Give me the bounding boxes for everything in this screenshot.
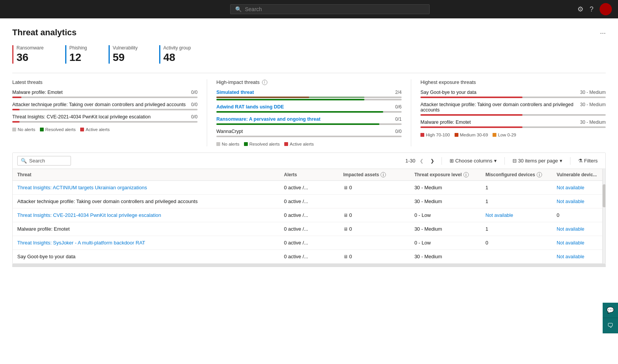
card-highest-exposure-title: Highest exposure threats bbox=[420, 79, 606, 85]
right-panel: 💬 🗨 bbox=[603, 303, 618, 333]
avatar[interactable] bbox=[600, 3, 612, 15]
search-icon: 🔍 bbox=[21, 158, 27, 164]
pagination-range: 1-30 ❮ ❯ bbox=[405, 156, 437, 166]
card-latest-threats: Latest threats Malware profile: Emotet 0… bbox=[12, 79, 207, 146]
stat-vulnerability-label: Vulnerability bbox=[113, 45, 138, 51]
alerts-cell: 0 active /... bbox=[279, 195, 339, 208]
threat-link[interactable]: Threat Insights: SysJoker - A multi-plat… bbox=[17, 240, 145, 246]
threat-link[interactable]: Threat Insights: CVE-2021-4034 PwnKit lo… bbox=[17, 212, 161, 218]
high-impact-item-2[interactable]: Ransomware: A pervasive and ongoing thre… bbox=[216, 116, 402, 125]
misconfig-cell: 1 bbox=[481, 222, 552, 236]
scrollbar-thumb[interactable] bbox=[603, 184, 605, 207]
stat-activity[interactable]: Activity group 48 bbox=[159, 45, 202, 64]
exposure-item-1[interactable]: Attacker technique profile: Taking over … bbox=[420, 102, 606, 116]
stats-row: Ransomware 36 Phishing 12 Vulnerability … bbox=[12, 45, 606, 64]
misconfig-info-icon[interactable]: i bbox=[537, 172, 542, 177]
threat-name-cell: Attacker technique profile: Taking over … bbox=[13, 195, 279, 208]
alerts-cell: 0 active /... bbox=[279, 208, 339, 222]
alerts-cell: 0 active /... bbox=[279, 236, 339, 250]
th-exposure: Threat exposure level i bbox=[410, 169, 481, 181]
latest-legend: No alerts Resolved alerts Active alerts bbox=[12, 127, 198, 132]
search-icon: 🔍 bbox=[235, 6, 242, 12]
card-latest-title: Latest threats bbox=[12, 79, 198, 85]
exposure-cell: 30 - Medium bbox=[410, 195, 481, 208]
table-row[interactable]: Threat Insights: CVE-2021-4034 PwnKit lo… bbox=[13, 208, 605, 222]
help-icon[interactable]: ? bbox=[590, 5, 593, 13]
grid-icon: ⊟ bbox=[513, 158, 517, 164]
search-placeholder: Search bbox=[245, 6, 262, 12]
th-threat: Threat bbox=[13, 169, 279, 181]
high-impact-item-0[interactable]: Simulated threat 2/4 bbox=[216, 90, 402, 100]
vuln-cell: 0 bbox=[552, 208, 605, 222]
high-impact-item-3[interactable]: WannaCrypt 0/0 bbox=[216, 129, 402, 137]
threat-name-cell: Malware profile: Emotet bbox=[13, 222, 279, 236]
items-per-page-button[interactable]: ⊟ 30 items per page ▾ bbox=[509, 156, 565, 165]
topbar: 🔍 Search ⚙ ? bbox=[0, 0, 618, 18]
topbar-right: ⚙ ? bbox=[577, 3, 612, 15]
exposure-item-0[interactable]: Say Goot-bye to your data 30 - Medium bbox=[420, 90, 606, 98]
th-vuln: Vulnerable devic... bbox=[552, 169, 605, 181]
chevron-down-icon-2: ▾ bbox=[560, 158, 562, 164]
vuln-cell: Not available bbox=[552, 195, 605, 208]
alerts-cell: 0 active /... bbox=[279, 222, 339, 236]
table-row[interactable]: Threat Insights: SysJoker - A multi-plat… bbox=[13, 236, 605, 250]
impacted-info-icon[interactable]: i bbox=[381, 172, 386, 177]
latest-threat-item-2[interactable]: Threat Insights: CVE-2021-4034 PwnKit lo… bbox=[12, 114, 198, 123]
exposure-cell: 30 - Medium bbox=[410, 222, 481, 236]
latest-threat-item-1[interactable]: Attacker technique profile: Taking over … bbox=[12, 102, 198, 110]
exposure-cell: 30 - Medium bbox=[410, 181, 481, 195]
topbar-search[interactable]: 🔍 Search bbox=[230, 4, 430, 14]
feedback-button[interactable]: 💬 bbox=[603, 303, 618, 318]
table-row[interactable]: Say Goot-bye to your data0 active /...🖥 … bbox=[13, 250, 605, 264]
impacted-cell bbox=[339, 236, 410, 250]
card-high-impact-title: High-impact threats i bbox=[216, 79, 402, 85]
cards-section: Latest threats Malware profile: Emotet 0… bbox=[12, 73, 606, 146]
search-label: Search bbox=[29, 158, 45, 164]
misconfig-cell: 0 bbox=[481, 236, 552, 250]
card-high-impact: High-impact threats i Simulated threat 2… bbox=[216, 79, 411, 146]
high-impact-item-1[interactable]: Adwind RAT lands using DDE 0/6 bbox=[216, 104, 402, 113]
latest-threat-item-0[interactable]: Malware profile: Emotet 0/0 bbox=[12, 90, 198, 98]
threat-link[interactable]: Threat Insights: ACTINIUM targets Ukrain… bbox=[17, 185, 147, 190]
scrollbar[interactable] bbox=[602, 169, 605, 264]
columns-icon: ⊞ bbox=[450, 158, 454, 164]
exposure-info-icon[interactable]: i bbox=[463, 172, 469, 177]
page-title: Threat analytics bbox=[12, 28, 77, 38]
impacted-cell: 🖥 0 bbox=[339, 181, 410, 195]
exposure-cell: 0 - Low bbox=[410, 208, 481, 222]
exposure-cell: 0 - Low bbox=[410, 236, 481, 250]
table-row[interactable]: Attacker technique profile: Taking over … bbox=[13, 195, 605, 208]
misconfig-cell: 1 bbox=[481, 195, 552, 208]
table-search[interactable]: 🔍 Search bbox=[17, 156, 71, 166]
high-impact-legend: No alerts Resolved alerts Active alerts bbox=[216, 142, 402, 146]
th-alerts: Alerts bbox=[279, 169, 339, 181]
settings-icon[interactable]: ⚙ bbox=[577, 5, 583, 13]
filters-button[interactable]: ⚗ Filters bbox=[575, 156, 601, 165]
card-highest-exposure: Highest exposure threats Say Goot-bye to… bbox=[420, 79, 606, 146]
alerts-cell: 0 active /... bbox=[279, 181, 339, 195]
misconfig-cell: Not available bbox=[481, 208, 552, 222]
stat-vulnerability[interactable]: Vulnerability 59 bbox=[109, 45, 148, 64]
chat-button[interactable]: 🗨 bbox=[603, 318, 618, 333]
impacted-cell: 🖥 0 bbox=[339, 222, 410, 236]
vuln-cell: Not available bbox=[552, 181, 605, 195]
horizontal-scrollbar[interactable] bbox=[12, 264, 606, 267]
filter-icon: ⚗ bbox=[578, 158, 583, 164]
impacted-cell bbox=[339, 195, 410, 208]
exposure-item-2[interactable]: Malware profile: Emotet 30 - Medium bbox=[420, 120, 606, 128]
impacted-cell: 🖥 0 bbox=[339, 208, 410, 222]
exposure-legend: High 70-100 Medium 30-69 Low 0-29 bbox=[420, 133, 606, 137]
choose-columns-button[interactable]: ⊞ Choose columns ▾ bbox=[447, 156, 500, 165]
next-page-button[interactable]: ❯ bbox=[428, 156, 437, 166]
table-row[interactable]: Threat Insights: ACTINIUM targets Ukrain… bbox=[13, 181, 605, 195]
stat-phishing[interactable]: Phishing 12 bbox=[65, 45, 98, 64]
misconfig-cell bbox=[481, 250, 552, 264]
more-options-button[interactable]: ··· bbox=[600, 28, 606, 37]
stat-ransomware[interactable]: Ransomware 36 bbox=[12, 45, 54, 64]
table-toolbar: 🔍 Search 1-30 ❮ ❯ ⊞ Choose columns ▾ ⊟ 3… bbox=[13, 153, 605, 169]
chevron-down-icon: ▾ bbox=[494, 158, 497, 164]
threat-table: Threat Alerts Impacted assets i bbox=[13, 169, 605, 264]
high-impact-info-icon[interactable]: i bbox=[262, 80, 267, 85]
prev-page-button[interactable]: ❮ bbox=[417, 156, 426, 166]
table-row[interactable]: Malware profile: Emotet0 active /...🖥 03… bbox=[13, 222, 605, 236]
